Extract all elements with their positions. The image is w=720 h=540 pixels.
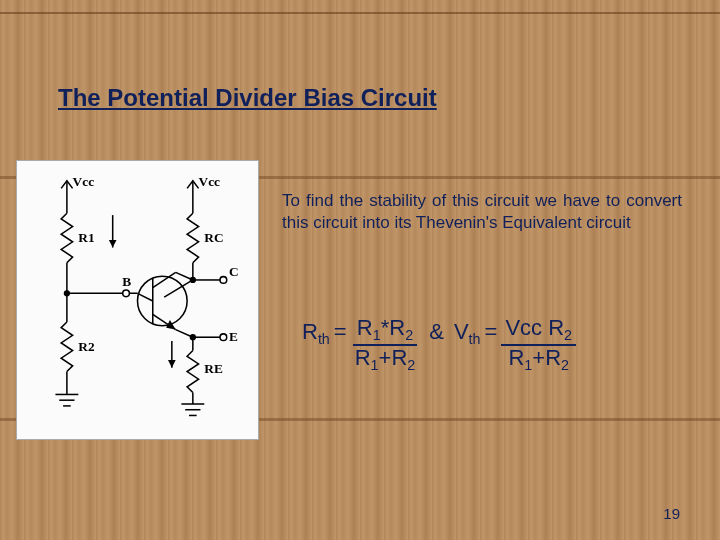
svg-marker-36	[109, 240, 117, 248]
svg-marker-38	[168, 360, 176, 368]
svg-line-24	[138, 293, 153, 301]
label-c: C	[229, 264, 239, 279]
page-number: 19	[663, 505, 680, 522]
vth-fraction: Vcc R2 R1+R2	[501, 316, 576, 374]
svg-line-18	[153, 272, 176, 287]
circuit-diagram: Vcc Vcc R1 R2 RC RE B C E	[16, 160, 259, 440]
circuit-svg: Vcc Vcc R1 R2 RC RE B C E	[23, 167, 252, 433]
svg-point-23	[123, 290, 130, 297]
formula-block: Rth = R1*R2 R1+R2 & Vth = Vcc R2 R1+R2	[302, 316, 684, 374]
vth-label: Vth	[454, 316, 481, 347]
svg-line-17	[153, 286, 164, 297]
label-vcc-left: Vcc	[73, 174, 95, 189]
label-vcc-right: Vcc	[199, 174, 221, 189]
label-r1: R1	[78, 230, 94, 245]
slide-title: The Potential Divider Bias Circuit	[58, 84, 437, 112]
svg-point-14	[220, 277, 227, 284]
label-re: RE	[204, 361, 223, 376]
equals-2: =	[481, 316, 502, 345]
svg-line-25	[176, 272, 193, 280]
label-e: E	[229, 329, 238, 344]
rth-label: Rth	[302, 316, 330, 347]
equals-1: =	[330, 316, 351, 345]
svg-point-30	[220, 334, 227, 341]
label-rc: RC	[204, 230, 223, 245]
rth-fraction: R1*R2 R1+R2	[351, 316, 420, 374]
ampersand: &	[419, 316, 454, 345]
label-r2: R2	[78, 339, 95, 354]
label-b: B	[122, 274, 131, 289]
svg-point-21	[138, 276, 188, 326]
body-paragraph: To find the stability of this circuit we…	[282, 190, 682, 234]
